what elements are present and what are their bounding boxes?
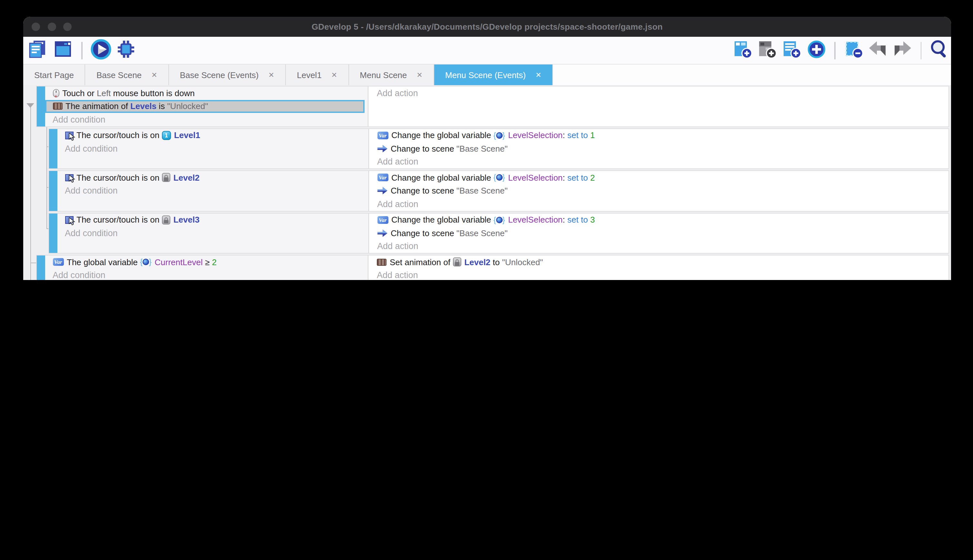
event-color-bar[interactable] [49,213,57,253]
condition-row[interactable]: The cursor/touch is on Level2 [57,171,368,184]
scene-arrow-icon [377,145,387,153]
lock-icon [162,215,170,225]
delete-event-button[interactable] [842,39,864,62]
event-color-bar[interactable] [37,255,45,280]
editor-tab-bar: Start PageBase Scene✕Base Scene (Events)… [23,65,951,85]
toolbar-divider [834,42,835,59]
zoom-window-button[interactable] [63,23,72,31]
close-tab-icon[interactable]: ✕ [268,71,274,79]
add-action-button[interactable]: Add action [368,269,948,280]
global-var-icon: {} [493,132,505,139]
close-window-button[interactable] [32,23,40,31]
action-row[interactable]: Change to scene "Base Scene" [369,184,948,197]
delete-event-icon [843,39,864,62]
add-condition-button[interactable]: Add condition [57,227,368,240]
add-condition-button[interactable]: Add condition [57,142,368,155]
text-segment: : [563,131,567,140]
event-block: Touch or Left mouse button is downThe an… [36,86,949,127]
tab-label: Base Scene (Events) [180,70,259,80]
gdevelop-window: GDevelop 5 - /Users/dkarakay/Documents/G… [23,17,951,280]
tab-level1[interactable]: Level1✕ [286,65,349,85]
add-subevent-icon [757,39,778,62]
close-tab-icon[interactable]: ✕ [536,71,541,79]
close-tab-icon[interactable]: ✕ [151,71,157,79]
add-action-button[interactable]: Add action [368,87,948,100]
add-condition-button[interactable]: Add condition [45,113,368,126]
search-icon [928,38,950,63]
tab-start-page[interactable]: Start Page [23,65,85,85]
action-row[interactable]: Change to scene "Base Scene" [369,227,948,240]
close-tab-icon[interactable]: ✕ [332,71,337,79]
redo-button[interactable] [891,39,913,62]
debug-button[interactable] [115,39,137,62]
toolbar-left-group [23,39,137,62]
play-button[interactable] [90,39,112,62]
add-new-button[interactable] [805,39,827,62]
conditions-cell: The cursor/touch is on 1Level1Add condit… [57,129,369,168]
toolbar-divider [920,42,921,59]
event-color-bar[interactable] [49,171,57,211]
event-color-bar[interactable] [37,87,45,126]
play-icon [90,38,112,63]
text-segment: 3 [590,215,595,225]
tab-base-scene-events[interactable]: Base Scene (Events)✕ [169,65,286,85]
condition-row[interactable]: Touch or Left mouse button is down [45,87,368,100]
conditions-cell: The cursor/touch is on Level3Add conditi… [57,213,369,253]
text-segment: "Base Scene" [457,186,508,196]
condition-row[interactable]: The animation of Levels is "Unlocked" [45,100,365,113]
event-color-bar[interactable] [49,129,57,168]
tab-menu-scene-events[interactable]: Menu Scene (Events)✕ [434,65,553,85]
add-condition-button[interactable]: Add condition [57,184,368,197]
text-segment: set to [568,215,590,225]
text-segment: Change the global variable [392,173,493,183]
scene-editor-icon [52,39,73,62]
search-button[interactable] [928,39,950,62]
cursor-on-icon [65,174,73,181]
actions-cell: Add action [368,87,948,126]
text-segment: 2 [212,257,217,267]
add-comment-button[interactable] [781,39,803,62]
global-var-icon: {} [140,259,151,265]
add-action-button[interactable]: Add action [369,197,948,211]
event-block: The cursor/touch is on Level3Add conditi… [48,213,949,253]
events-sheet: Touch or Left mouse button is downThe an… [23,85,951,280]
text-segment: Level2 [173,173,199,183]
action-row[interactable]: Change to scene "Base Scene" [369,142,948,155]
condition-row[interactable]: The cursor/touch is on Level3 [57,213,368,227]
text-segment: Change to scene [391,228,457,238]
text-segment: The cursor/touch is on [77,215,162,225]
add-event-button[interactable] [732,39,754,62]
add-action-button[interactable]: Add action [369,240,948,253]
condition-row[interactable]: VarThe global variable {}CurrentLevel ≥ … [45,255,368,269]
text-segment: LevelSelection [508,215,563,225]
add-condition-button[interactable]: Add condition [45,269,368,280]
minimize-window-button[interactable] [47,23,56,31]
text-segment: : [563,173,567,183]
cursor-on-icon [65,216,73,223]
tab-label: Base Scene [97,70,142,80]
add-action-button[interactable]: Add action [369,155,948,168]
text-segment: "Unlocked" [502,257,543,267]
text-segment: The animation of [65,102,130,111]
action-row[interactable]: VarChange the global variable {}LevelSel… [369,171,948,184]
animation-icon [53,103,62,110]
project-manager-button[interactable] [27,39,48,62]
conditions-cell: Touch or Left mouse button is downThe an… [45,87,368,126]
var-icon: Var [53,258,63,266]
undo-icon [867,39,888,62]
add-subevent-button[interactable] [756,39,778,62]
text-segment: "Base Scene" [457,228,508,238]
condition-row[interactable]: The cursor/touch is on 1Level1 [57,129,368,142]
scene-editor-button[interactable] [52,39,73,62]
main-toolbar [23,37,951,65]
tab-menu-scene[interactable]: Menu Scene✕ [349,65,434,85]
event-block: The cursor/touch is on Level2Add conditi… [48,170,949,211]
close-tab-icon[interactable]: ✕ [417,71,422,79]
undo-button[interactable] [867,39,889,62]
project-manager-icon [27,39,48,62]
action-row[interactable]: VarChange the global variable {}LevelSel… [369,129,948,142]
action-row[interactable]: VarChange the global variable {}LevelSel… [369,213,948,227]
toolbar-divider [81,42,82,59]
action-row[interactable]: Set animation of Level2 to "Unlocked" [368,255,948,269]
tab-base-scene[interactable]: Base Scene✕ [85,65,169,85]
